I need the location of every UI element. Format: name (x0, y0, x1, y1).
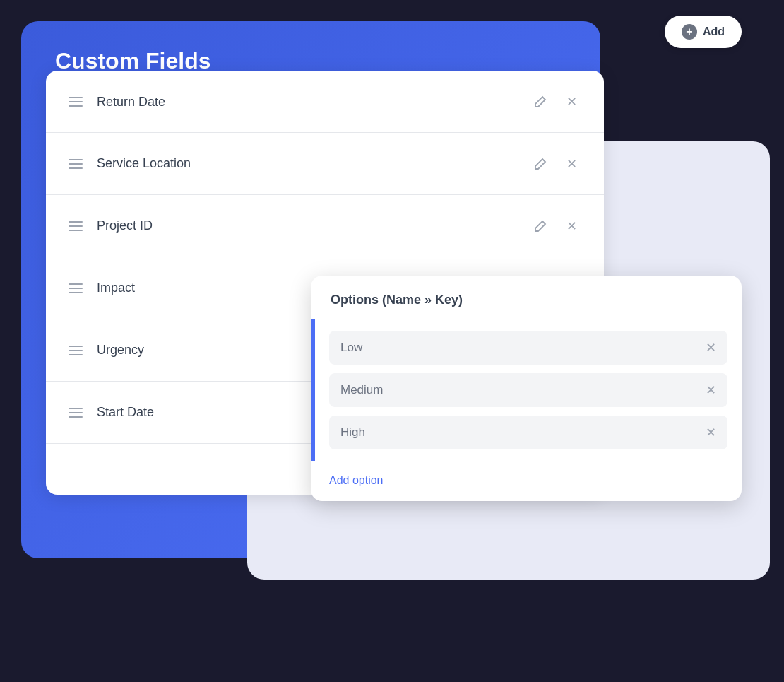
options-panel: Options (Name » Key) Low ✕ Medium ✕ High… (311, 276, 742, 501)
drag-handle-icon[interactable] (69, 97, 83, 107)
option-label-low: Low (340, 341, 706, 355)
drag-handle-icon[interactable] (69, 346, 83, 355)
drag-handle-icon[interactable] (69, 159, 83, 169)
add-button[interactable]: + Add (665, 16, 742, 48)
option-label-medium: Medium (340, 383, 706, 397)
option-delete-high[interactable]: ✕ (706, 426, 716, 439)
drag-handle-icon[interactable] (69, 283, 83, 293)
table-row: Return Date ✕ (46, 71, 604, 133)
table-row: Project ID ✕ (46, 195, 604, 257)
field-name-project-id: Project ID (97, 218, 530, 233)
option-row-medium: Medium ✕ (329, 373, 727, 407)
add-option-row: Add option (311, 461, 742, 501)
drag-handle-icon[interactable] (69, 221, 83, 231)
option-delete-medium[interactable]: ✕ (706, 384, 716, 396)
field-actions: ✕ (530, 216, 581, 236)
edit-icon[interactable] (530, 216, 550, 236)
field-actions: ✕ (530, 154, 581, 174)
add-option-button[interactable]: Add option (329, 474, 384, 486)
table-row: Service Location ✕ (46, 133, 604, 195)
delete-icon[interactable]: ✕ (562, 154, 581, 174)
options-panel-title: Options (Name » Key) (311, 276, 742, 319)
option-row-high: High ✕ (329, 416, 727, 449)
edit-icon[interactable] (530, 154, 550, 174)
option-row-low: Low ✕ (329, 331, 727, 365)
drag-handle-icon[interactable] (69, 408, 83, 418)
delete-icon[interactable]: ✕ (562, 92, 581, 112)
field-actions: ✕ (530, 92, 581, 112)
option-label-high: High (340, 425, 706, 440)
options-list: Low ✕ Medium ✕ High ✕ (315, 319, 742, 461)
delete-icon[interactable]: ✕ (562, 216, 581, 236)
add-icon: + (682, 24, 697, 40)
edit-icon[interactable] (530, 92, 550, 112)
field-name-service-location: Service Location (97, 156, 530, 171)
add-button-label: Add (703, 25, 725, 38)
options-body: Low ✕ Medium ✕ High ✕ (311, 319, 742, 461)
option-delete-low[interactable]: ✕ (706, 341, 716, 354)
field-name-return-date: Return Date (97, 95, 530, 110)
